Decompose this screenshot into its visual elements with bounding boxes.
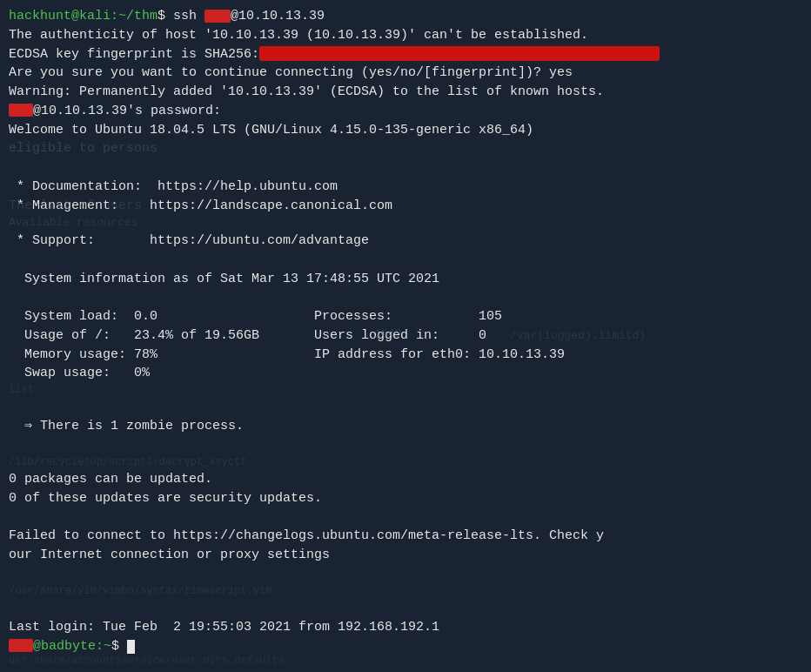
doc-line: * Documentation: https://help.ubuntu.com — [9, 178, 802, 197]
empty-1 — [9, 158, 802, 178]
ssh-command-line: hackhunt@kali:~/thm$ ssh @10.10.13.39 — [9, 7, 802, 26]
local-prompt: hackhunt@kali:~/thm — [9, 9, 158, 24]
faded-line-3: /lib/recycletop/scripts/decrypt_keyctt — [9, 455, 802, 470]
final-dollar: $ — [111, 639, 127, 654]
terminal-window: hackhunt@kali:~/thm$ ssh @10.10.13.39 Th… — [0, 0, 811, 672]
ecdsa-line: ECDSA key fingerprint is SHA256: — [9, 45, 802, 64]
faded-line-1: eligible to persons — [9, 139, 802, 158]
redacted-user-final — [9, 639, 33, 652]
pkg-update2-line: 0 of these updates are security updates. — [9, 489, 802, 508]
faded-line-5: usr/share/accountsservice/user-dirs.defa… — [9, 654, 802, 669]
empty-6 — [9, 508, 802, 528]
empty-7 — [9, 565, 802, 584]
usage-line: Usage of /: 23.4% of 19.56GB 1640 Users … — [9, 326, 802, 346]
sysload-line: System load: 0.0 Processes: 105 — [9, 307, 802, 326]
redacted-fingerprint — [259, 46, 660, 61]
empty-5 — [9, 436, 802, 455]
empty-2 — [9, 251, 802, 270]
sysinfo-line: System information as of Sat Mar 13 17:4… — [9, 270, 802, 289]
final-prompt-line: @badbyte:~$ — [9, 637, 802, 656]
auth-warning: The authenticity of host '10.10.13.39 (1… — [9, 26, 802, 45]
swap-line: Swap usage: 0% — [9, 364, 802, 383]
support-line: * Support: https://ubuntu.com/advantage — [9, 232, 802, 251]
redacted-user2 — [9, 104, 33, 117]
ssh-host: @10.10.13.39 — [231, 9, 325, 24]
cursor — [127, 640, 135, 654]
prompt-dollar: $ ssh — [158, 9, 204, 24]
failed-line1: Failed to connect to https://changelogs.… — [9, 527, 802, 546]
redacted-user — [204, 10, 231, 23]
password-line: @10.10.13.39's password: — [9, 102, 802, 121]
empty-4 — [9, 398, 802, 417]
empty-8 — [9, 599, 802, 618]
last-login-line: Last login: Tue Feb 2 19:55:03 2021 from… — [9, 618, 802, 637]
empty-3 — [9, 288, 802, 307]
faded-line-2: list — [9, 383, 802, 398]
zombie-line: ⇒ There is 1 zombie process. — [9, 417, 802, 436]
failed-line2: our Internet connection or proxy setting… — [9, 546, 802, 565]
continue-line: Are you sure you want to continue connec… — [9, 64, 802, 83]
permanently-added-line: Warning: Permanently added '10.10.13.39'… — [9, 83, 802, 102]
memory-line: Memory usage: 78% IP address for eth0: 1… — [9, 346, 802, 365]
pkg-update1-line: 0 packages can be updated. — [9, 470, 802, 489]
faded-support-bg: Available resources — [9, 215, 802, 232]
faded-line-4: /usr/share/vim/vimbo/syntax/timescript.v… — [9, 584, 802, 599]
remote-prompt: @badbyte:~ — [33, 639, 111, 654]
welcome-line: Welcome to Ubuntu 18.04.5 LTS (GNU/Linux… — [9, 121, 802, 140]
